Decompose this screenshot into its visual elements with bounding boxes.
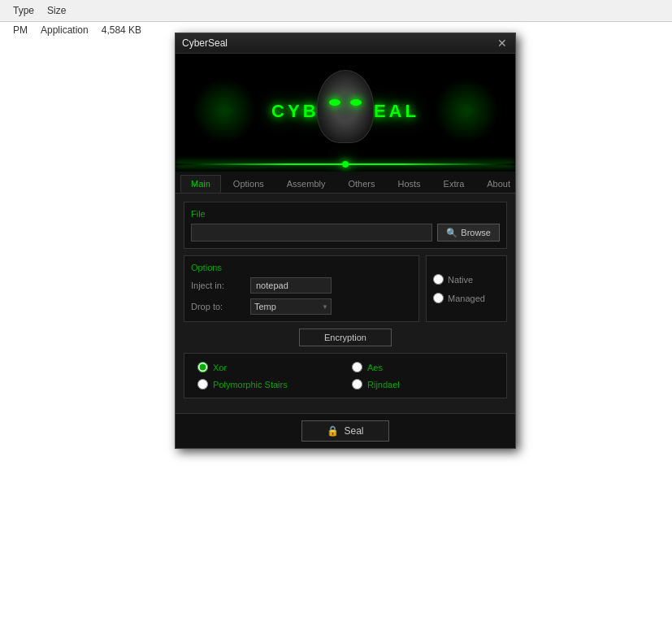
drop-select[interactable]: Temp System32 AppData: [250, 298, 332, 315]
native-radio[interactable]: [433, 274, 444, 285]
tab-bar: Main Options Assembly Others Hosts Extra…: [176, 172, 515, 194]
native-label: Native: [448, 275, 473, 285]
glow-dot: [342, 161, 349, 168]
dialog-content: File 🔍 Browse Options Inject in: Drop to…: [176, 194, 515, 413]
native-managed-box: Native Managed: [426, 255, 507, 322]
xor-option[interactable]: Xor: [197, 362, 339, 372]
aes-label: Aes: [367, 363, 383, 372]
search-icon: 🔍: [446, 228, 457, 238]
browse-label: Browse: [461, 228, 491, 237]
alien-logo: [317, 70, 374, 143]
tab-hosts[interactable]: Hosts: [387, 175, 431, 193]
xor-label: Xor: [213, 363, 227, 372]
native-option[interactable]: Native: [433, 274, 500, 285]
cyberseal-dialog: CyberSeal ✕ CYBER SEAL Main Options Asse…: [175, 33, 516, 449]
drop-select-wrapper: Temp System32 AppData: [250, 298, 332, 315]
managed-radio[interactable]: [433, 293, 444, 303]
encryption-grid: Xor Aes Polymorphic Stairs Rijndael: [197, 362, 493, 389]
smoke-left-decoration: [192, 78, 257, 143]
encryption-options-box: Xor Aes Polymorphic Stairs Rijndael: [184, 353, 507, 398]
options-box: Options Inject in: Drop to: Temp System3…: [184, 255, 419, 322]
alien-eye-right: [350, 99, 362, 106]
seal-area: 🔒 Seal: [176, 413, 515, 448]
explorer-header: Type Size: [0, 0, 672, 22]
tab-assembly[interactable]: Assembly: [276, 175, 336, 193]
file-section: File 🔍 Browse: [184, 202, 507, 249]
dialog-titlebar: CyberSeal ✕: [176, 33, 515, 54]
options-native-row: Options Inject in: Drop to: Temp System3…: [184, 255, 507, 322]
col-size: Size: [41, 3, 72, 18]
alien-eye-left: [329, 99, 340, 106]
tab-about[interactable]: About: [476, 175, 521, 193]
col-type: Type: [7, 3, 41, 18]
inject-label: Inject in:: [191, 281, 244, 290]
alien-head: [317, 70, 374, 143]
polymorphic-option[interactable]: Polymorphic Stairs: [197, 379, 339, 389]
file-section-label: File: [191, 209, 500, 219]
options-label: Options: [191, 263, 412, 272]
rijndael-label: Rijndael: [367, 380, 400, 389]
aes-radio[interactable]: [352, 362, 362, 372]
banner: CYBER SEAL: [176, 54, 515, 172]
alien-eyes: [329, 99, 362, 106]
tab-main[interactable]: Main: [180, 175, 221, 193]
aes-option[interactable]: Aes: [352, 362, 493, 372]
seal-button[interactable]: 🔒 Seal: [301, 420, 388, 442]
file-input[interactable]: [191, 224, 432, 242]
dialog-title: CyberSeal: [182, 37, 228, 49]
tab-extra[interactable]: Extra: [433, 175, 475, 193]
tab-options[interactable]: Options: [223, 175, 275, 193]
inject-row: Inject in:: [191, 277, 412, 294]
drop-row: Drop to: Temp System32 AppData: [191, 298, 412, 315]
drop-label: Drop to:: [191, 302, 244, 311]
file-size: 4,584 KB: [95, 24, 148, 36]
file-type: Application: [34, 24, 95, 36]
polymorphic-label: Polymorphic Stairs: [213, 380, 288, 389]
file-time: PM: [7, 24, 34, 36]
lock-icon: 🔒: [327, 425, 339, 437]
rijndael-radio[interactable]: [352, 379, 362, 389]
rijndael-option[interactable]: Rijndael: [352, 379, 493, 389]
managed-label: Managed: [448, 294, 485, 303]
managed-option[interactable]: Managed: [433, 293, 500, 303]
close-button[interactable]: ✕: [496, 37, 509, 50]
inject-input[interactable]: [250, 277, 332, 294]
browse-button[interactable]: 🔍 Browse: [437, 224, 500, 242]
xor-radio[interactable]: [197, 362, 208, 372]
seal-label: Seal: [344, 425, 363, 437]
smoke-right-decoration: [434, 78, 499, 143]
tab-others[interactable]: Others: [337, 175, 385, 193]
file-row: 🔍 Browse: [191, 224, 500, 242]
polymorphic-radio[interactable]: [197, 379, 208, 389]
encryption-button[interactable]: Encryption: [299, 329, 392, 346]
encryption-btn-row: Encryption: [184, 329, 507, 346]
